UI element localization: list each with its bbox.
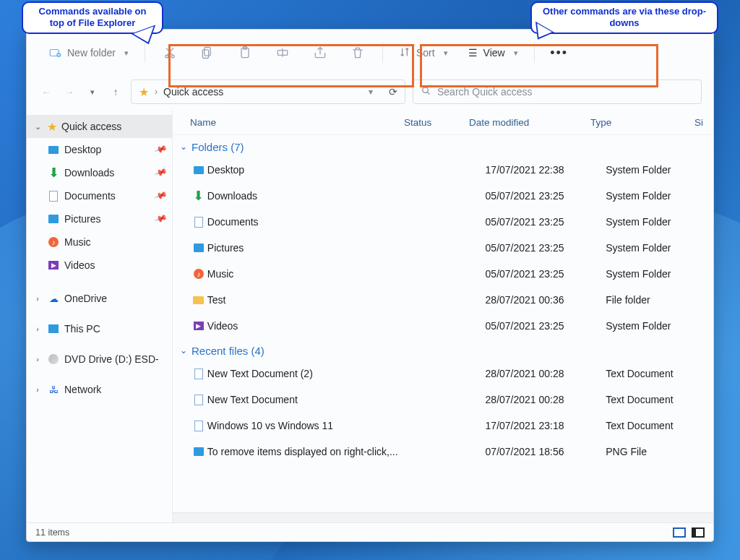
item-date: 17/07/2021 23:18 (486, 420, 606, 431)
item-type: File folder (606, 294, 709, 306)
list-item[interactable]: New Text Document28/07/2021 00:28Text Do… (177, 387, 709, 413)
column-name[interactable]: Name (190, 117, 404, 128)
rename-button[interactable] (265, 38, 300, 67)
column-status[interactable]: Status (404, 117, 469, 128)
list-item[interactable]: To remove items displayed on right-click… (177, 439, 709, 465)
horizontal-scrollbar[interactable] (173, 512, 713, 522)
item-name: Pictures (207, 242, 421, 254)
item-date: 07/07/2021 18:56 (486, 446, 606, 457)
svg-point-9 (423, 87, 429, 93)
disc-icon (48, 354, 59, 364)
item-type: System Folder (606, 268, 709, 280)
column-date[interactable]: Date modified (469, 117, 590, 128)
onedrive-icon: ☁ (47, 292, 60, 305)
group-header-recent[interactable]: ⌄Recent files (4) (177, 340, 709, 361)
chevron-right-icon: › (33, 324, 43, 333)
list-item[interactable]: New Text Document (2)28/07/2021 00:28Tex… (177, 361, 709, 387)
paste-button[interactable] (228, 38, 262, 67)
sidebar-item-music[interactable]: ♪ Music (27, 231, 172, 254)
pin-icon: 📌 (154, 142, 168, 156)
up-button[interactable]: ↑ (108, 80, 124, 103)
item-date: 05/07/2021 23:25 (486, 190, 606, 202)
new-folder-label: New folder (67, 47, 116, 59)
details-view-toggle[interactable] (673, 527, 686, 538)
item-name: To remove items displayed on right-click… (207, 446, 421, 457)
search-input[interactable]: Search Quick access (413, 79, 702, 104)
forward-button[interactable]: → (61, 80, 77, 103)
text-file-icon (194, 395, 203, 405)
music-icon: ♪ (194, 269, 204, 279)
star-icon: ★ (139, 85, 149, 99)
list-item[interactable]: ⬇Downloads05/07/2021 23:25System Folder (177, 183, 709, 209)
video-icon: ▶ (48, 261, 59, 270)
item-name: Downloads (207, 190, 421, 202)
sidebar-item-dvd-drive[interactable]: › DVD Drive (D:) ESD-I (27, 348, 172, 371)
sidebar-item-downloads[interactable]: ⬇ Downloads 📌 (27, 161, 172, 184)
chevron-down-icon[interactable]: ▾ (369, 87, 373, 97)
download-icon: ⬇ (193, 188, 204, 204)
sidebar-item-quick-access[interactable]: ⌄ ★ Quick access (27, 115, 172, 138)
item-name: Test (207, 294, 421, 306)
sidebar-item-desktop[interactable]: Desktop 📌 (27, 138, 172, 161)
item-name: Videos (207, 320, 421, 332)
thumbnails-view-toggle[interactable] (692, 527, 705, 538)
sidebar-item-documents[interactable]: Documents 📌 (27, 184, 172, 207)
item-type: System Folder (606, 164, 709, 176)
recent-locations-button[interactable]: ▾ (85, 80, 100, 103)
item-date: 28/07/2021 00:28 (486, 368, 606, 379)
search-placeholder: Search Quick access (437, 86, 533, 98)
folder-icon (193, 296, 204, 304)
refresh-icon[interactable]: ⟳ (389, 86, 397, 98)
list-item[interactable]: Pictures05/07/2021 23:25System Folder (177, 235, 709, 261)
sidebar-item-label: OneDrive (64, 293, 107, 304)
svg-rect-5 (202, 50, 208, 59)
cut-button[interactable] (152, 38, 187, 67)
breadcrumb[interactable]: ★ › Quick access ▾ ⟳ (131, 79, 405, 104)
copy-button[interactable] (190, 38, 225, 67)
delete-button[interactable] (340, 38, 375, 67)
new-folder-button[interactable]: New folder ▾ (40, 38, 137, 67)
column-size[interactable]: Si (694, 117, 713, 128)
group-header-folders[interactable]: ⌄Folders (7) (177, 137, 709, 157)
navigation-pane: ⌄ ★ Quick access Desktop 📌 ⬇ Downloads 📌… (27, 111, 173, 522)
item-date: 28/07/2021 00:36 (486, 294, 606, 306)
sort-button[interactable]: Sort ▾ (390, 38, 457, 67)
list-item[interactable]: Documents05/07/2021 23:25System Folder (177, 209, 709, 235)
status-bar: 11 items (27, 522, 713, 541)
sidebar-item-label: Pictures (64, 213, 101, 225)
share-button[interactable] (303, 38, 337, 67)
list-item[interactable]: ♪Music05/07/2021 23:25System Folder (177, 261, 709, 287)
chevron-right-icon: › (155, 87, 158, 97)
document-icon (194, 217, 203, 228)
status-text: 11 items (35, 527, 69, 538)
command-bar: New folder ▾ Sort ▾ ☰ View ▾ ••• (27, 30, 713, 76)
sidebar-item-label: Videos (64, 259, 95, 271)
pictures-icon (194, 244, 204, 252)
sidebar-item-videos[interactable]: ▶ Videos (27, 254, 172, 277)
list-item[interactable]: Test28/07/2021 00:36File folder (177, 287, 709, 313)
column-type[interactable]: Type (590, 117, 694, 128)
file-list-pane: Name Status Date modified Type Si ⌄Folde… (173, 111, 713, 522)
item-name: Windows 10 vs Windows 11 (207, 420, 421, 431)
sidebar-item-label: DVD Drive (D:) ESD-I (64, 353, 158, 365)
chevron-right-icon: › (33, 385, 43, 394)
svg-rect-4 (205, 48, 210, 56)
chevron-down-icon: ▾ (444, 48, 448, 58)
chevron-down-icon: ⌄ (180, 142, 187, 152)
sort-icon (399, 46, 410, 60)
list-item[interactable]: Windows 10 vs Windows 1117/07/2021 23:18… (177, 413, 709, 439)
sidebar-item-pictures[interactable]: Pictures 📌 (27, 207, 172, 231)
back-button[interactable]: ← (38, 80, 54, 103)
view-button[interactable]: ☰ View ▾ (460, 38, 527, 67)
item-type: PNG File (606, 446, 709, 457)
sidebar-item-this-pc[interactable]: › This PC (27, 317, 172, 340)
sidebar-item-onedrive[interactable]: › ☁ OneDrive (27, 287, 172, 310)
list-item[interactable]: Desktop17/07/2021 22:38System Folder (177, 157, 709, 183)
list-item[interactable]: ▶Videos05/07/2021 23:25System Folder (177, 313, 709, 339)
network-icon: 🖧 (47, 383, 60, 396)
sort-label: Sort (416, 47, 435, 59)
desktop-icon (194, 166, 204, 174)
item-date: 05/07/2021 23:25 (486, 242, 606, 254)
sidebar-item-network[interactable]: › 🖧 Network (27, 378, 172, 401)
column-headers[interactable]: Name Status Date modified Type Si (173, 111, 713, 135)
